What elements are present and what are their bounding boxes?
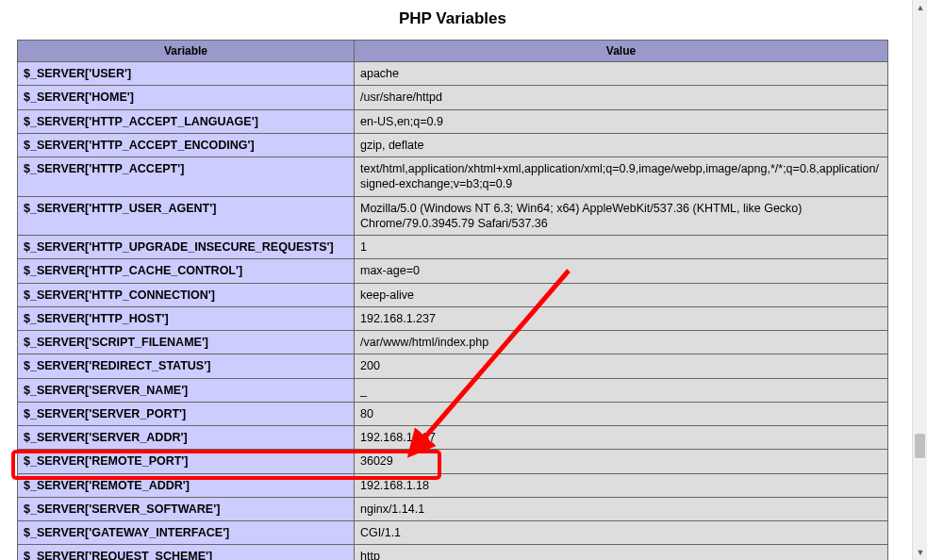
scrollbar-thumb[interactable] (915, 434, 925, 458)
variable-name: $_SERVER['REMOTE_ADDR'] (18, 473, 355, 497)
variable-name: $_SERVER['HTTP_USER_AGENT'] (18, 196, 355, 236)
variable-value: keep-alive (355, 283, 888, 306)
table-row: $_SERVER['USER']apache (18, 62, 888, 86)
table-row: $_SERVER['SERVER_SOFTWARE']nginx/1.14.1 (18, 497, 888, 520)
table-row: $_SERVER['SCRIPT_FILENAME']/var/www/html… (18, 331, 888, 354)
table-row: $_SERVER['HTTP_USER_AGENT']Mozilla/5.0 (… (18, 196, 888, 236)
table-row: $_SERVER['HTTP_ACCEPT_ENCODING']gzip, de… (18, 133, 888, 156)
table-header-row: Variable Value (18, 41, 888, 62)
table-row: $_SERVER['HTTP_CONNECTION']keep-alive (18, 283, 888, 306)
table-row: $_SERVER['HTTP_HOST']192.168.1.237 (18, 306, 888, 330)
variable-name: $_SERVER['SERVER_ADDR'] (18, 426, 355, 450)
variable-value: /usr/share/httpd (355, 86, 888, 109)
scrollbar-down-icon[interactable]: ▼ (913, 545, 927, 560)
variable-name: $_SERVER['HTTP_HOST'] (18, 306, 355, 330)
table-row: $_SERVER['GATEWAY_INTERFACE']CGI/1.1 (18, 521, 888, 545)
variable-value: 192.168.1.18 (355, 473, 888, 497)
table-row: $_SERVER['HTTP_UPGRADE_INSECURE_REQUESTS… (18, 236, 888, 259)
table-row: $_SERVER['REDIRECT_STATUS']200 (18, 354, 888, 378)
variable-name: $_SERVER['SERVER_PORT'] (18, 402, 355, 425)
variable-name: $_SERVER['HTTP_CONNECTION'] (18, 283, 355, 306)
variable-value: text/html,application/xhtml+xml,applicat… (355, 157, 888, 197)
table-row: $_SERVER['REMOTE_ADDR']192.168.1.18 (18, 473, 888, 497)
variable-value: 200 (355, 354, 888, 378)
variable-name: $_SERVER['SERVER_SOFTWARE'] (18, 497, 355, 520)
variable-name: $_SERVER['SERVER_NAME'] (18, 378, 355, 402)
header-variable: Variable (18, 41, 355, 62)
variable-name: $_SERVER['GATEWAY_INTERFACE'] (18, 521, 355, 545)
variable-name: $_SERVER['HTTP_ACCEPT'] (18, 157, 355, 197)
variable-name: $_SERVER['REDIRECT_STATUS'] (18, 354, 355, 378)
table-row: $_SERVER['HTTP_CACHE_CONTROL']max-age=0 (18, 259, 888, 283)
variable-name: $_SERVER['SCRIPT_FILENAME'] (18, 331, 355, 354)
variable-value: 1 (355, 236, 888, 259)
variable-name: $_SERVER['REQUEST_SCHEME'] (18, 545, 355, 560)
variable-name: $_SERVER['HTTP_UPGRADE_INSECURE_REQUESTS… (18, 236, 355, 259)
table-row: $_SERVER['HOME']/usr/share/httpd (18, 86, 888, 109)
table-row: $_SERVER['SERVER_PORT']80 (18, 402, 888, 425)
table-row: $_SERVER['SERVER_ADDR']192.168.1.237 (18, 426, 888, 450)
variable-value: apache (355, 62, 888, 86)
page-title: PHP Variables (17, 0, 888, 40)
variable-value: http (355, 545, 888, 560)
table-row: $_SERVER['REMOTE_PORT']36029 (18, 450, 888, 473)
variable-value: _ (355, 378, 888, 402)
table-row: $_SERVER['HTTP_ACCEPT_LANGUAGE']en-US,en… (18, 109, 888, 133)
variable-name: $_SERVER['HTTP_ACCEPT_LANGUAGE'] (18, 109, 355, 133)
variable-name: $_SERVER['HTTP_CACHE_CONTROL'] (18, 259, 355, 283)
variable-value: 80 (355, 402, 888, 425)
variable-name: $_SERVER['HTTP_ACCEPT_ENCODING'] (18, 133, 355, 156)
variable-value: en-US,en;q=0.9 (355, 109, 888, 133)
variable-value: 192.168.1.237 (355, 426, 888, 450)
variable-name: $_SERVER['HOME'] (18, 86, 355, 109)
variable-value: gzip, deflate (355, 133, 888, 156)
variable-value: nginx/1.14.1 (355, 497, 888, 520)
table-row: $_SERVER['REQUEST_SCHEME']http (18, 545, 888, 560)
variable-name: $_SERVER['USER'] (18, 62, 355, 86)
table-row: $_SERVER['HTTP_ACCEPT']text/html,applica… (18, 157, 888, 197)
php-variables-table: Variable Value $_SERVER['USER']apache$_S… (17, 40, 888, 560)
variable-value: CGI/1.1 (355, 521, 888, 545)
variable-value: 36029 (355, 450, 888, 473)
variable-name: $_SERVER['REMOTE_PORT'] (18, 450, 355, 473)
table-row: $_SERVER['SERVER_NAME']_ (18, 378, 888, 402)
header-value: Value (355, 41, 888, 62)
scrollbar-track[interactable]: ▲ ▼ (912, 0, 927, 560)
variable-value: /var/www/html/index.php (355, 331, 888, 354)
variable-value: Mozilla/5.0 (Windows NT 6.3; Win64; x64)… (355, 196, 888, 236)
content-area: PHP Variables Variable Value $_SERVER['U… (0, 0, 905, 560)
variable-value: 192.168.1.237 (355, 306, 888, 330)
scrollbar-up-icon[interactable]: ▲ (913, 0, 927, 15)
variable-value: max-age=0 (355, 259, 888, 283)
